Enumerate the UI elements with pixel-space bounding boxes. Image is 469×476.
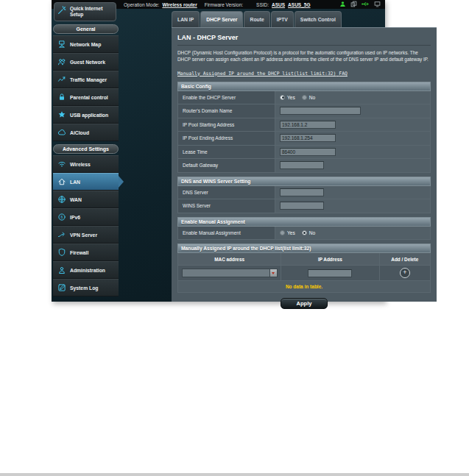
manual-assignment-row: Enable Manual Assignment Yes No: [177, 227, 431, 241]
page-title: LAN - DHCP Server: [177, 34, 431, 41]
svg-text:6: 6: [60, 215, 63, 219]
manual-ip-entry-row: +: [178, 265, 430, 280]
enable-dhcp-row: Enable the DHCP Server Yes No: [177, 91, 431, 105]
lan-icon: [57, 177, 66, 186]
sidebar-item-vpn-server[interactable]: VPN Server: [53, 226, 119, 244]
sidebar-item-lan[interactable]: LAN: [53, 173, 119, 191]
lease-time-input[interactable]: [280, 148, 336, 156]
sidebar-item-firewall[interactable]: Firewall: [53, 244, 119, 261]
page-bottom-divider: [0, 473, 469, 476]
col-ip-address: IP Address: [281, 253, 379, 265]
sidebar-item-traffic-manager[interactable]: Traffic Manager: [53, 71, 119, 88]
basic-config-header: Basic Config: [177, 82, 431, 91]
wins-server-row: WINS Server: [177, 199, 431, 213]
wan-icon: [57, 195, 66, 204]
tab-route[interactable]: Route: [244, 11, 269, 27]
select-dropdown-button[interactable]: [269, 269, 277, 277]
sidebar-item-guest-network[interactable]: Guest Network: [53, 53, 119, 71]
ssid-label: SSID:: [256, 2, 269, 7]
parental-control-icon: [57, 93, 66, 102]
domain-name-row: Router's Domain Name: [177, 104, 431, 118]
sidebar-item-system-log[interactable]: System Log: [53, 279, 119, 296]
dhcp-yes-radio[interactable]: [280, 95, 285, 100]
tab-dhcp-server[interactable]: DHCP Server: [200, 11, 243, 27]
operation-mode-label: Operation Mode:: [124, 2, 159, 7]
manual-ip-input[interactable]: [308, 269, 352, 277]
default-gateway-row: Default Gateway: [177, 159, 431, 173]
network-map-icon: [57, 40, 66, 49]
wins-server-input[interactable]: [280, 202, 324, 210]
domain-name-input[interactable]: [280, 107, 361, 115]
pool-start-input[interactable]: [280, 121, 336, 129]
sidebar-item-administration[interactable]: Administration: [53, 261, 119, 279]
mac-address-select[interactable]: [182, 269, 278, 277]
tab-iptv[interactable]: IPTV: [271, 11, 294, 27]
manual-assignment-section: Enable Manual Assignment Enable Manual A…: [177, 217, 431, 241]
aicloud-icon: [57, 128, 66, 137]
quick-internet-setup-label: Quick Internet Setup: [70, 6, 113, 18]
usb-icon[interactable]: [362, 1, 370, 7]
col-add-delete: Add / Delete: [380, 253, 430, 265]
guest-network-icon: [57, 57, 66, 66]
title-divider: [177, 45, 431, 46]
sidebar-item-parental-control[interactable]: Parental control: [53, 88, 119, 106]
ssid-main-link[interactable]: ASUS: [272, 2, 285, 7]
dns-wins-section: DNS and WINS Server Setting DNS Server W…: [177, 177, 431, 213]
magic-wand-icon: [57, 5, 67, 18]
default-gateway-input[interactable]: [280, 161, 324, 169]
chevron-down-icon: [272, 272, 275, 274]
plus-icon: +: [403, 269, 406, 276]
wireless-icon: [57, 160, 66, 168]
sidebar-section-advanced: Advanced Settings: [53, 144, 119, 154]
sidebar-section-general: General: [53, 24, 119, 34]
usb-application-icon: [57, 110, 66, 119]
sidebar-item-wan[interactable]: WAN: [53, 191, 119, 208]
manual-ip-table-columns: MAC address IP Address Add / Delete: [178, 253, 430, 265]
manual-yes-radio[interactable]: [280, 230, 285, 235]
manual-ip-table-section: Manually Assigned IP around the DHCP lis…: [177, 244, 431, 293]
sidebar-item-wireless[interactable]: Wireless: [53, 155, 119, 173]
firmware-version-label: Firmware Version:: [205, 2, 243, 7]
page-description: DHCP (Dynamic Host Configuration Protoco…: [177, 49, 431, 63]
manual-assignment-header: Enable Manual Assignment: [177, 217, 431, 227]
ssid-5g-link[interactable]: ASUS_5G: [288, 2, 310, 7]
firewall-icon: [57, 248, 66, 257]
manual-dhcp-faq-link[interactable]: Manually Assigned IP around the DHCP lis…: [177, 71, 348, 77]
dns-wins-header: DNS and WINS Server Setting: [177, 177, 431, 186]
pool-end-row: IP Pool Ending Address: [177, 132, 431, 146]
sidebar-item-network-map[interactable]: Network Map: [53, 35, 119, 53]
empty-table-message: No data in table.: [178, 280, 430, 292]
sidebar-item-aicloud[interactable]: AiCloud: [53, 124, 119, 141]
ipv6-icon: 6: [57, 213, 66, 221]
screenshot-root: Operation Mode: Wireless router Firmware…: [0, 0, 469, 476]
system-log-icon: [57, 283, 66, 292]
manual-no-radio[interactable]: [302, 230, 307, 235]
pool-end-input[interactable]: [280, 134, 336, 142]
sidebar-item-ipv6[interactable]: 6 IPv6: [53, 208, 119, 226]
sidebar: Quick Internet Setup General Network Map…: [52, 0, 120, 294]
administration-icon: [57, 266, 66, 274]
manual-ip-table-header: Manually Assigned IP around the DHCP lis…: [177, 244, 431, 253]
traffic-manager-icon: [57, 75, 66, 84]
dhcp-no-radio[interactable]: [302, 95, 307, 100]
basic-config-section: Basic Config Enable the DHCP Server Yes …: [177, 82, 431, 173]
add-entry-button[interactable]: +: [400, 268, 410, 278]
monitor-icon[interactable]: [374, 1, 381, 7]
client-status-icon[interactable]: [339, 1, 346, 7]
operation-mode-link[interactable]: Wireless router: [162, 2, 197, 7]
vpn-server-icon: [57, 230, 66, 239]
router-admin-window: Operation Mode: Wireless router Firmware…: [52, 0, 385, 302]
tab-switch-control[interactable]: Switch Control: [295, 11, 342, 27]
copy-icon[interactable]: [350, 1, 357, 7]
pool-start-row: IP Pool Starting Address: [177, 118, 431, 132]
dns-server-row: DNS Server: [177, 186, 431, 200]
main-content: LAN - DHCP Server DHCP (Dynamic Host Con…: [172, 27, 437, 302]
lease-time-row: Lease Time: [177, 146, 431, 160]
quick-internet-setup-button[interactable]: Quick Internet Setup: [54, 2, 116, 21]
tab-bar: LAN IP DHCP Server Route IPTV Switch Con…: [172, 10, 437, 27]
col-mac-address: MAC address: [178, 253, 281, 265]
tab-lan-ip[interactable]: LAN IP: [172, 11, 200, 27]
dns-server-input[interactable]: [280, 188, 324, 196]
apply-button[interactable]: Apply: [281, 298, 328, 309]
sidebar-item-usb-application[interactable]: USB application: [53, 106, 119, 124]
